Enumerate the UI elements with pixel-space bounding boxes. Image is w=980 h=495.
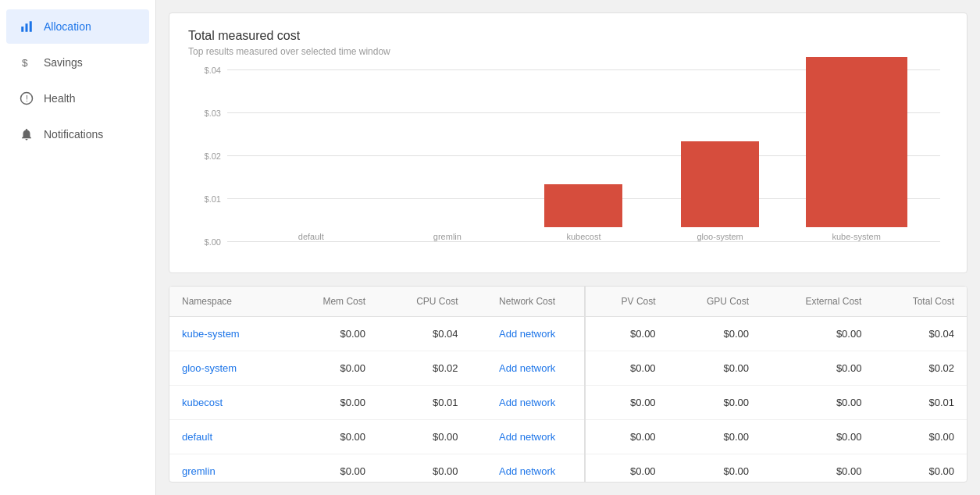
cell-cpu-cost: $0.00	[378, 454, 470, 483]
chart-area: $.04 $.03 $.02 $.01 $.00 default gremlin	[227, 69, 940, 241]
sidebar-item-allocation[interactable]: Allocation	[6, 9, 149, 44]
chart-card: Total measured cost Top results measured…	[169, 12, 968, 273]
add-network-link[interactable]: Add network	[499, 328, 555, 340]
y-label-4: $.04	[188, 66, 221, 75]
sidebar-item-notifications[interactable]: Notifications	[6, 117, 149, 151]
cell-cpu-cost: $0.04	[378, 317, 470, 351]
bar-group-kube-system: kube-system	[788, 57, 925, 241]
cell-pv-cost: $0.00	[585, 317, 668, 351]
sidebar-item-notifications-label: Notifications	[44, 128, 103, 141]
cell-external-cost: $0.00	[761, 351, 874, 386]
namespace-link[interactable]: kube-system	[182, 328, 240, 340]
y-label-1: $.01	[188, 194, 221, 204]
sidebar-item-health[interactable]: ! Health	[6, 81, 149, 116]
svg-rect-2	[30, 21, 32, 32]
table-card: Namespace Mem Cost CPU Cost Network Cost…	[169, 286, 968, 483]
bar-chart: $.04 $.03 $.02 $.01 $.00 default gremlin	[188, 69, 948, 257]
col-gpu-cost: GPU Cost	[668, 287, 761, 317]
sidebar: Allocation $ Savings ! Health Notificati…	[0, 0, 156, 495]
cell-namespace: kubecost	[169, 386, 284, 420]
cell-external-cost: $0.00	[761, 317, 874, 351]
svg-text:$: $	[22, 57, 28, 69]
add-network-link[interactable]: Add network	[499, 431, 555, 443]
col-cpu-cost: CPU Cost	[378, 287, 470, 317]
cell-namespace: default	[169, 420, 284, 454]
svg-text:!: !	[26, 94, 28, 103]
cell-gpu-cost: $0.00	[668, 386, 761, 420]
cell-gpu-cost: $0.00	[668, 351, 761, 386]
y-label-3: $.03	[188, 109, 221, 118]
table-row: kubecost $0.00 $0.01 Add network $0.00 $…	[169, 386, 967, 420]
dollar-icon: $	[19, 55, 34, 70]
sidebar-item-allocation-label: Allocation	[44, 20, 91, 33]
cell-total-cost: $0.04	[874, 317, 967, 351]
add-network-link[interactable]: Add network	[499, 362, 555, 374]
cell-cpu-cost: $0.01	[378, 386, 470, 420]
add-network-link[interactable]: Add network	[499, 465, 555, 477]
cell-gpu-cost: $0.00	[668, 454, 761, 483]
cell-mem-cost: $0.00	[284, 420, 378, 454]
add-network-link[interactable]: Add network	[499, 397, 555, 408]
bars-container: default gremlin kubecost gloo-system	[227, 69, 940, 241]
cell-total-cost: $0.02	[874, 351, 967, 386]
cell-cpu-cost: $0.00	[378, 420, 470, 454]
namespace-link[interactable]: gremlin	[182, 465, 216, 477]
svg-rect-0	[21, 27, 23, 32]
bar-label-kubecost: kubecost	[566, 232, 600, 241]
chart-title: Total measured cost	[188, 29, 948, 43]
col-mem-cost: Mem Cost	[284, 287, 378, 317]
col-network-cost: Network Cost	[471, 287, 585, 317]
cell-cpu-cost: $0.02	[378, 351, 470, 386]
col-external-cost: External Cost	[761, 287, 874, 317]
namespace-link[interactable]: kubecost	[182, 397, 223, 408]
cell-pv-cost: $0.00	[585, 454, 668, 483]
bell-icon	[19, 126, 34, 142]
sidebar-item-health-label: Health	[44, 92, 75, 105]
cell-mem-cost: $0.00	[284, 386, 378, 420]
cell-total-cost: $0.01	[874, 386, 967, 420]
bar-label-gloo-system: gloo-system	[697, 232, 743, 241]
namespace-link[interactable]: gloo-system	[182, 362, 237, 374]
bar-label-gremlin: gremlin	[433, 232, 461, 241]
cell-total-cost: $0.00	[874, 420, 967, 454]
bar-group-kubecost: kubecost	[515, 184, 652, 241]
cell-gpu-cost: $0.00	[668, 420, 761, 454]
cell-mem-cost: $0.00	[284, 317, 378, 351]
table-row: default $0.00 $0.00 Add network $0.00 $0…	[169, 420, 967, 454]
sidebar-item-savings-label: Savings	[44, 56, 83, 69]
bar-group-gloo-system: gloo-system	[652, 141, 789, 241]
col-namespace: Namespace	[169, 287, 284, 317]
cell-gpu-cost: $0.00	[668, 317, 761, 351]
main-content: Total measured cost Top results measured…	[156, 0, 980, 495]
bar-kubecost	[544, 184, 622, 227]
table-header: Namespace Mem Cost CPU Cost Network Cost…	[169, 287, 967, 317]
cell-pv-cost: $0.00	[585, 386, 668, 420]
warning-icon: !	[19, 91, 34, 106]
cell-pv-cost: $0.00	[585, 420, 668, 454]
cost-table: Namespace Mem Cost CPU Cost Network Cost…	[169, 287, 967, 483]
col-pv-cost: PV Cost	[585, 287, 668, 317]
cell-network-cost: Add network	[471, 317, 585, 351]
cell-external-cost: $0.00	[761, 454, 874, 483]
bar-chart-icon	[19, 19, 34, 34]
table-row: gloo-system $0.00 $0.02 Add network $0.0…	[169, 351, 967, 386]
svg-rect-1	[26, 23, 28, 32]
bar-group-gremlin: gremlin	[380, 227, 516, 241]
y-label-0: $.00	[188, 237, 221, 247]
cell-network-cost: Add network	[471, 420, 585, 454]
y-label-2: $.02	[188, 151, 221, 161]
bar-label-kube-system: kube-system	[832, 232, 880, 241]
cell-external-cost: $0.00	[761, 420, 874, 454]
table-row: kube-system $0.00 $0.04 Add network $0.0…	[169, 317, 967, 351]
bar-kube-system	[806, 57, 907, 227]
namespace-link[interactable]: default	[182, 431, 212, 443]
sidebar-item-savings[interactable]: $ Savings	[6, 45, 149, 80]
bar-gloo-system	[681, 141, 759, 227]
cell-pv-cost: $0.00	[585, 351, 668, 386]
bar-group-default: default	[243, 227, 380, 241]
cell-namespace: kube-system	[169, 317, 284, 351]
col-total-cost: Total Cost	[874, 287, 967, 317]
table-row: gremlin $0.00 $0.00 Add network $0.00 $0…	[169, 454, 967, 483]
cell-network-cost: Add network	[471, 386, 585, 420]
cell-network-cost: Add network	[471, 454, 585, 483]
